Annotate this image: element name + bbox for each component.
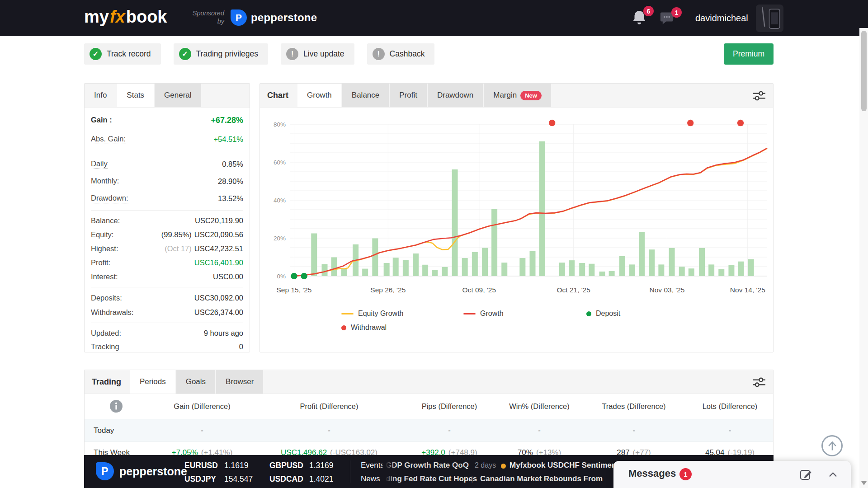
stat-value: 0.85% — [222, 160, 243, 169]
pepperstone-brand[interactable]: pepperstone — [119, 455, 187, 488]
legend-label: Withdrawal — [351, 324, 387, 332]
column-header-win-difference[interactable]: Win% (Difference) — [497, 402, 582, 411]
tab-info[interactable]: Info — [85, 84, 116, 107]
username[interactable]: davidmicheal — [695, 0, 748, 36]
chevron-up-icon[interactable] — [829, 471, 837, 477]
arrow-up-icon — [824, 437, 841, 455]
periods-panel-tabs: Trading PeriodsGoalsBrowser — [85, 370, 773, 394]
stat-row-abs-gain: Abs. Gain:+54.51% — [91, 130, 243, 149]
quote-pair-usdcad[interactable]: USDCAD — [269, 474, 303, 484]
stat-row-profit: Profit:USC16,401.90 — [91, 256, 243, 270]
stats-group: Deposits:USC30,092.00Withdrawals:USC26,3… — [91, 287, 243, 323]
column-header-trades-difference[interactable]: Trades (Difference) — [582, 402, 686, 411]
chart-panel-tabs: Chart GrowthBalanceProfitDrawdownMarginN… — [260, 84, 773, 108]
quote-pair-eurusd[interactable]: EURUSD — [184, 461, 218, 470]
stat-label: Tracking — [91, 343, 119, 351]
stat-value: USC26,374.00 — [194, 308, 243, 317]
check-icon: ✓ — [179, 48, 191, 60]
tab-profit[interactable]: Profit — [390, 84, 427, 107]
news-separator: | — [471, 474, 473, 483]
period-cell: - — [497, 426, 582, 435]
exclamation-icon: ! — [373, 48, 385, 60]
tab-margin[interactable]: MarginNew — [484, 84, 551, 107]
status-badge-trading-privileges[interactable]: ✓Trading privileges — [174, 43, 268, 65]
tab-drawdown[interactable]: Drawdown — [428, 84, 483, 107]
period-label: Today — [85, 426, 148, 435]
cell-main-value: - — [632, 426, 635, 435]
scrollbar-down-arrow[interactable] — [861, 481, 867, 485]
stat-value: +67.28% — [211, 116, 243, 125]
legend-swatch-deposit — [586, 311, 591, 316]
premium-button[interactable]: Premium — [724, 43, 774, 65]
myfxbook-logo[interactable]: myfxbook — [84, 7, 167, 27]
scroll-to-top-button[interactable] — [821, 435, 843, 456]
tab-chart[interactable]: Chart — [260, 84, 297, 107]
stat-value: (99.85%)USC20,090.56 — [161, 230, 243, 239]
stat-value-main: USC42,232.51 — [194, 244, 243, 253]
page-scrollbar[interactable] — [859, 28, 868, 488]
sponsored-by-label: Sponsored by — [184, 9, 224, 25]
legend-deposit[interactable]: Deposit — [586, 309, 620, 319]
chart-settings-icon[interactable] — [752, 90, 766, 102]
tab-browser[interactable]: Browser — [216, 370, 263, 394]
avatar-image — [756, 5, 783, 32]
x-axis-labels: Sep 15, '25Sep 26, '25Oct 09, '25Oct 21,… — [277, 286, 765, 294]
status-badge-cashback[interactable]: !Cashback — [367, 43, 435, 65]
legend-withdrawal[interactable]: Withdrawal — [341, 323, 387, 333]
pepperstone-name: pepperstone — [251, 11, 317, 24]
logo-my: my — [84, 7, 109, 26]
quote-pair-gbpusd[interactable]: GBPUSD — [269, 461, 303, 470]
news-headline-2[interactable]: Canadian Market Rebounds From — [480, 474, 603, 483]
user-avatar[interactable] — [756, 5, 783, 32]
legend-equity-growth[interactable]: Equity Growth — [341, 309, 403, 319]
info-icon-cell — [85, 399, 148, 413]
stat-value-main: 0.85% — [222, 160, 243, 168]
tab-trading[interactable]: Trading — [85, 370, 130, 394]
deposit-bars — [311, 141, 754, 276]
stat-value: USC30,092.00 — [194, 294, 243, 302]
stat-label: Balance: — [91, 216, 120, 225]
stat-value-main: USC16,401.90 — [194, 258, 243, 267]
compose-message-icon[interactable] — [800, 468, 812, 480]
stat-label: Withdrawals: — [91, 308, 133, 317]
sentiment-headline[interactable]: Myfxbook USDCHF Sentiment — [509, 461, 619, 470]
notifications-bell-icon[interactable]: 6 — [631, 9, 649, 28]
column-header-lots-difference[interactable]: Lots (Difference) — [686, 402, 774, 411]
tab-general[interactable]: General — [155, 84, 201, 107]
quote-pair-usdjpy[interactable]: USDJPY — [184, 474, 216, 484]
tab-periods[interactable]: Periods — [130, 370, 175, 394]
status-badge-track-record[interactable]: ✓Track record — [84, 43, 161, 65]
period-cell: - — [582, 426, 686, 435]
table-settings-icon[interactable] — [752, 376, 766, 388]
cell-main-value: - — [448, 426, 451, 435]
news-headline-1[interactable]: ding Fed Rate Cut Hopes — [386, 474, 477, 483]
tab-growth[interactable]: Growth — [297, 84, 341, 107]
column-header-pips-difference[interactable]: Pips (Difference) — [402, 402, 497, 411]
svg-text:80%: 80% — [274, 121, 286, 128]
messages-chat-icon[interactable]: 1 — [659, 11, 677, 29]
stat-row-updated: Updated:9 hours ago — [91, 326, 243, 340]
tab-stats[interactable]: Stats — [117, 84, 154, 107]
messages-panel[interactable]: Messages 1 — [613, 461, 851, 488]
event-headline[interactable]: GDP Growth Rate QoQ — [386, 461, 469, 470]
legend-growth[interactable]: Growth — [463, 309, 504, 319]
status-badge-live-update[interactable]: !Live update — [281, 43, 354, 65]
stat-row-interest: Interest:USC0.00 — [91, 270, 243, 284]
tab-stats-label: Stats — [127, 91, 144, 100]
tab-balance[interactable]: Balance — [342, 84, 389, 107]
check-icon: ✓ — [90, 48, 102, 60]
info-icon[interactable] — [109, 399, 123, 413]
stats-group: Updated:9 hours agoTracking0 — [91, 323, 243, 357]
column-header-gain-difference[interactable]: Gain (Difference) — [148, 402, 256, 411]
tab-goals[interactable]: Goals — [176, 370, 215, 394]
stat-row-highest: Highest:(Oct 17)USC42,232.51 — [91, 242, 243, 256]
cell-main-value: - — [201, 426, 203, 435]
news-label[interactable]: News — [361, 474, 380, 483]
column-header-profit-difference[interactable]: Profit (Difference) — [256, 402, 402, 411]
events-label[interactable]: Events — [361, 461, 384, 470]
pepperstone-header-logo[interactable]: P pepperstone — [231, 9, 317, 26]
scrollbar-thumb[interactable] — [861, 31, 867, 111]
table-row-today[interactable]: Today------ — [85, 419, 773, 442]
tab-balance-label: Balance — [352, 91, 379, 100]
info-stats-panel: InfoStatsGeneral Gain :+67.28%Abs. Gain:… — [84, 83, 250, 352]
